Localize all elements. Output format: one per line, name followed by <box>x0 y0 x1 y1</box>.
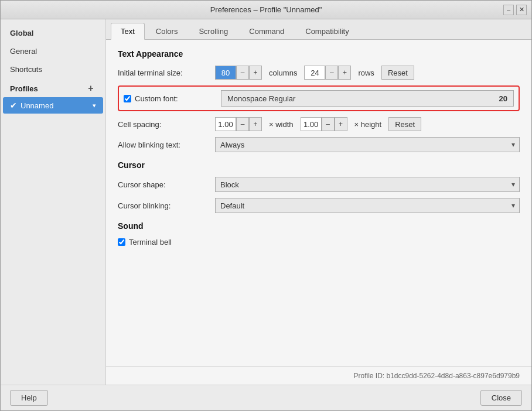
cell-spacing-reset-button[interactable]: Reset <box>388 117 421 131</box>
window-title: Preferences – Profile "Unnamed" <box>29 5 503 14</box>
sound-section-title: Sound <box>118 221 520 231</box>
cell-width-value[interactable]: 1.00 <box>215 117 236 131</box>
font-size: 20 <box>499 94 507 103</box>
custom-font-checkbox[interactable] <box>124 95 131 102</box>
title-bar: Preferences – Profile "Unnamed" – ✕ <box>1 1 531 19</box>
cell-width-spinner: 1.00 – + <box>215 117 262 131</box>
cell-height-plus-button[interactable]: + <box>335 117 347 131</box>
window-buttons: – ✕ <box>503 5 527 15</box>
rows-spinner: 24 – + <box>304 66 351 80</box>
terminal-size-label: Initial terminal size: <box>118 68 212 77</box>
right-panel: Text Colors Scrolling Command Compatibil… <box>106 19 531 385</box>
add-profile-button[interactable]: + <box>86 83 96 94</box>
cursor-blink-dropdown-wrapper: Default On Off <box>215 198 520 213</box>
cursor-shape-dropdown-wrapper: Block IBeam Underline <box>215 177 520 192</box>
help-button[interactable]: Help <box>10 390 48 406</box>
terminal-bell-row: Terminal bell <box>118 238 520 246</box>
main-content: Global General Shortcuts Profiles + ✔ Un… <box>1 19 531 385</box>
tab-command[interactable]: Command <box>239 23 294 39</box>
columns-plus-button[interactable]: + <box>249 66 262 80</box>
sidebar-item-shortcuts[interactable]: Shortcuts <box>1 60 105 78</box>
terminal-size-row: Initial terminal size: 80 – + columns 24… <box>118 66 520 80</box>
cell-width-plus-button[interactable]: + <box>249 117 262 131</box>
panel-content: Text Appearance Initial terminal size: 8… <box>106 40 531 367</box>
terminal-bell-checkbox[interactable] <box>118 238 125 246</box>
main-window: Preferences – Profile "Unnamed" – ✕ Glob… <box>0 0 532 411</box>
cell-width-label: × width <box>269 120 294 129</box>
profile-check-icon: ✔ <box>10 101 17 110</box>
sidebar-item-global[interactable]: Global <box>1 24 105 42</box>
terminal-size-reset-button[interactable]: Reset <box>381 66 414 80</box>
close-button[interactable]: ✕ <box>516 5 527 15</box>
tab-text[interactable]: Text <box>111 23 145 40</box>
blink-label: Allow blinking text: <box>118 141 212 149</box>
tab-compatibility[interactable]: Compatibility <box>295 23 359 39</box>
columns-minus-button[interactable]: – <box>236 66 249 80</box>
font-picker-button[interactable]: Monospace Regular 20 <box>221 90 514 107</box>
font-name: Monospace Regular <box>227 94 295 103</box>
cursor-shape-label: Cursor shape: <box>118 180 212 189</box>
cursor-section-title: Cursor <box>118 160 520 170</box>
rows-label: rows <box>358 68 374 77</box>
profile-item-unnamed[interactable]: ✔ Unnamed ▾ <box>3 97 103 114</box>
tab-colors[interactable]: Colors <box>146 23 188 39</box>
cell-height-value[interactable]: 1.00 <box>301 117 322 131</box>
tabs-bar: Text Colors Scrolling Command Compatibil… <box>106 19 531 40</box>
cell-spacing-row: Cell spacing: 1.00 – + × width 1.00 – + … <box>118 117 520 131</box>
columns-label: columns <box>269 68 297 77</box>
blink-dropdown-wrapper: Always Never System Default <box>215 137 520 152</box>
close-dialog-button[interactable]: Close <box>480 390 522 406</box>
rows-plus-button[interactable]: + <box>338 66 351 80</box>
text-appearance-title: Text Appearance <box>118 49 520 59</box>
profiles-label: Profiles <box>10 84 38 93</box>
rows-minus-button[interactable]: – <box>325 66 338 80</box>
cell-height-label: × height <box>354 120 382 129</box>
bottom-bar: Help Close <box>1 385 531 410</box>
custom-font-label: Custom font: <box>135 94 178 103</box>
custom-font-checkbox-label[interactable]: Custom font: <box>124 94 217 103</box>
sidebar: Global General Shortcuts Profiles + ✔ Un… <box>1 19 106 385</box>
blink-select[interactable]: Always Never System Default <box>215 137 520 152</box>
profiles-section: Profiles + <box>1 78 105 96</box>
profile-arrow-icon: ▾ <box>93 102 96 109</box>
profile-id: Profile ID: b1dcc9dd-5262-4d8d-a863-c897… <box>106 367 531 385</box>
blink-row: Allow blinking text: Always Never System… <box>118 137 520 152</box>
custom-font-row: Custom font: Monospace Regular 20 <box>118 85 520 111</box>
terminal-bell-checkbox-label[interactable]: Terminal bell <box>118 238 212 246</box>
rows-value[interactable]: 24 <box>304 66 325 80</box>
cursor-blink-row: Cursor blinking: Default On Off <box>118 198 520 213</box>
profile-name: Unnamed <box>21 101 53 110</box>
cursor-blink-label: Cursor blinking: <box>118 201 212 210</box>
columns-spinner: 80 – + <box>215 66 262 80</box>
cell-height-minus-button[interactable]: – <box>322 117 335 131</box>
terminal-bell-label: Terminal bell <box>129 238 172 246</box>
columns-value[interactable]: 80 <box>215 66 236 80</box>
cursor-shape-row: Cursor shape: Block IBeam Underline <box>118 177 520 192</box>
minimize-button[interactable]: – <box>503 5 514 15</box>
cursor-shape-select[interactable]: Block IBeam Underline <box>215 177 520 192</box>
cell-spacing-label: Cell spacing: <box>118 120 212 129</box>
cell-width-minus-button[interactable]: – <box>236 117 249 131</box>
sidebar-item-general[interactable]: General <box>1 42 105 60</box>
cell-height-spinner: 1.00 – + <box>301 117 347 131</box>
tab-scrolling[interactable]: Scrolling <box>189 23 238 39</box>
cursor-blink-select[interactable]: Default On Off <box>215 198 520 213</box>
